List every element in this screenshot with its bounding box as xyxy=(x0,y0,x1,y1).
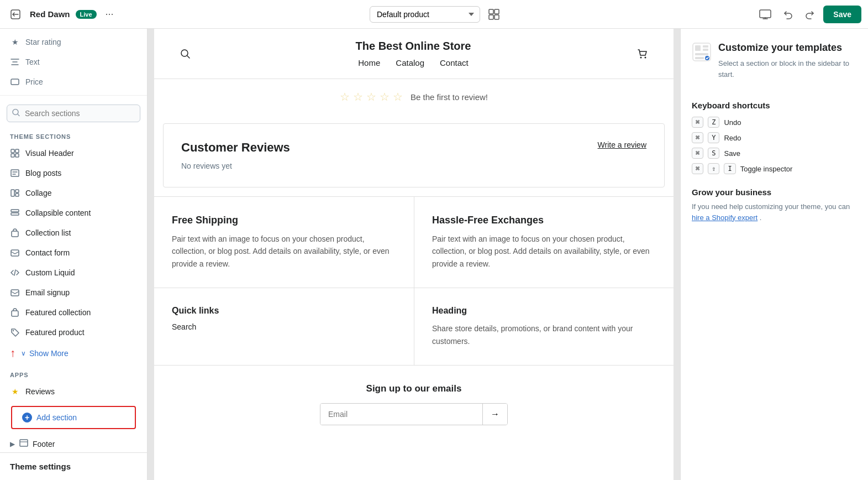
sidebar-item-text[interactable]: Text xyxy=(0,52,147,72)
sidebar-item-price[interactable]: Price xyxy=(0,72,147,92)
svg-rect-4 xyxy=(495,15,499,19)
topbar-right: Save xyxy=(756,6,861,23)
star-1: ☆ xyxy=(340,90,350,103)
star-3: ☆ xyxy=(366,90,376,103)
save-button[interactable]: Save xyxy=(823,6,861,23)
svg-point-24 xyxy=(181,50,188,56)
bag-icon xyxy=(10,228,20,238)
kbd-cmd-4: ⌘ xyxy=(692,163,703,174)
kbd-cmd-3: ⌘ xyxy=(692,148,703,159)
sidebar-item-contact-form[interactable]: Contact form xyxy=(0,243,147,263)
show-more-label: Show More xyxy=(29,349,69,358)
expand-icon: ▶ xyxy=(10,440,15,448)
stars-row: ☆ ☆ ☆ ☆ ☆ Be the first to review! xyxy=(154,79,674,114)
more-button[interactable]: ··· xyxy=(102,6,117,22)
svg-rect-16 xyxy=(11,210,19,212)
svg-rect-14 xyxy=(15,190,19,192)
topbar-center: Default product xyxy=(370,5,503,24)
footer-col2-title: Heading xyxy=(432,306,656,316)
nav-contact[interactable]: Contact xyxy=(440,58,469,67)
email-input[interactable] xyxy=(320,404,482,425)
sidebar-item-collection-list[interactable]: Collection list xyxy=(0,223,147,243)
svg-rect-12 xyxy=(11,170,19,176)
svg-rect-29 xyxy=(703,45,708,48)
sidebar: ★ Star rating Text Price xyxy=(0,29,148,480)
star-2: ☆ xyxy=(353,90,363,103)
theme-name: Red Dawn xyxy=(30,9,70,19)
nav-home[interactable]: Home xyxy=(358,58,380,67)
chevron-down-icon: ∨ xyxy=(21,349,26,357)
show-more-button[interactable]: ↑ ∨ Show More xyxy=(0,342,147,364)
sidebar-item-label: Blog posts xyxy=(25,169,61,178)
shortcut-inspector: ⌘ ⇧ I Toggle inspector xyxy=(692,163,857,174)
theme-settings-label: Theme settings xyxy=(10,462,71,471)
cart-button[interactable] xyxy=(633,44,651,63)
svg-rect-19 xyxy=(11,250,19,256)
svg-rect-18 xyxy=(12,231,18,237)
sidebar-item-label: Collage xyxy=(25,189,51,197)
search-input[interactable] xyxy=(7,105,140,122)
feature-desc-2: Pair text with an image to focus on your… xyxy=(432,233,656,270)
mail-icon xyxy=(10,248,20,258)
store-header: The Best Online Store Home Catalog Conta… xyxy=(154,29,674,79)
sidebar-item-featured-collection[interactable]: Featured collection xyxy=(0,302,147,322)
theme-settings-button[interactable]: Theme settings xyxy=(0,452,147,480)
sidebar-item-email-signup[interactable]: Email signup xyxy=(0,283,147,302)
theme-sections-label: THEME SECTIONS xyxy=(0,128,147,143)
apps-label: APPS xyxy=(0,364,147,382)
redo-button[interactable] xyxy=(801,6,819,23)
sidebar-item-label: Contact form xyxy=(25,248,70,257)
collapsible-icon xyxy=(10,208,20,218)
sidebar-item-label: Custom Liquid xyxy=(25,268,75,277)
right-panel: Customize your templates Select a sectio… xyxy=(680,29,868,480)
shortcut-redo: ⌘ Y Redo xyxy=(692,132,857,143)
svg-rect-23 xyxy=(20,440,28,446)
svg-rect-21 xyxy=(12,311,18,316)
star-4: ☆ xyxy=(380,90,390,103)
shortcut-redo-label: Redo xyxy=(724,134,741,142)
kbd-cmd-1: ⌘ xyxy=(692,117,703,128)
desktop-view-button[interactable] xyxy=(756,6,775,23)
sidebar-item-blog-posts[interactable]: Blog posts xyxy=(0,163,147,183)
grow-title: Grow your business xyxy=(692,187,857,197)
sidebar-item-label: Collapsible content xyxy=(25,208,91,217)
svg-rect-32 xyxy=(695,57,704,59)
email-signup-title: Sign up to our emails xyxy=(172,383,656,394)
write-review-link[interactable]: Write a review xyxy=(598,140,646,149)
inspector-button[interactable] xyxy=(485,5,503,24)
hire-expert-link[interactable]: hire a Shopify expert xyxy=(692,213,757,222)
sidebar-item-collage[interactable]: Collage xyxy=(0,183,147,203)
sidebar-item-collapsible-content[interactable]: Collapsible content xyxy=(0,203,147,223)
store-nav: Home Catalog Contact xyxy=(356,58,471,67)
store-title: The Best Online Store xyxy=(356,40,471,53)
footer-col2-content: Share store details, promotions, or bran… xyxy=(432,322,656,347)
page-dropdown[interactable]: Default product xyxy=(370,6,480,23)
sidebar-item-custom-liquid[interactable]: Custom Liquid xyxy=(0,263,147,283)
svg-rect-1 xyxy=(489,9,493,14)
add-section-button[interactable]: + Add section xyxy=(11,406,136,429)
collage-icon xyxy=(10,188,20,198)
sidebar-item-label: Text xyxy=(25,58,40,66)
sidebar-item-featured-product[interactable]: Featured product xyxy=(0,322,147,342)
plus-circle-icon: + xyxy=(22,413,32,422)
grid-icon xyxy=(10,148,20,158)
sidebar-item-star-rating[interactable]: ★ Star rating xyxy=(0,32,147,52)
back-button[interactable] xyxy=(7,6,24,23)
nav-catalog[interactable]: Catalog xyxy=(396,58,424,67)
sidebar-item-footer[interactable]: ▶ Footer xyxy=(0,434,147,452)
svg-rect-6 xyxy=(11,79,19,85)
sidebar-item-visual-header[interactable]: Visual Header xyxy=(0,143,147,163)
svg-rect-2 xyxy=(495,9,499,14)
sidebar-scroll: ★ Star rating Text Price xyxy=(0,29,147,452)
search-button[interactable] xyxy=(176,45,194,62)
email-icon xyxy=(10,288,20,298)
undo-button[interactable] xyxy=(779,6,797,23)
sidebar-item-label: Visual Header xyxy=(25,149,74,158)
sidebar-item-reviews[interactable]: ★ Reviews xyxy=(0,382,147,401)
live-badge: Live xyxy=(76,10,97,19)
email-submit-button[interactable]: → xyxy=(482,404,507,425)
shortcut-inspector-label: Toggle inspector xyxy=(740,165,793,173)
kbd-shift: ⇧ xyxy=(708,163,719,174)
svg-rect-31 xyxy=(695,53,708,55)
footer-col1-link[interactable]: Search xyxy=(172,322,196,331)
